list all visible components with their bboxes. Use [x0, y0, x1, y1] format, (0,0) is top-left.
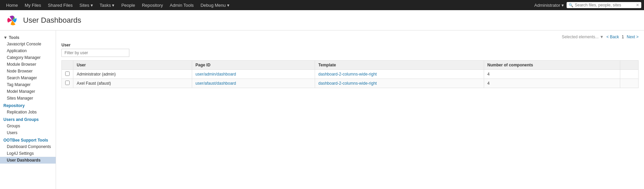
selected-elements-dropdown[interactable]: Selected elements... ▼ — [562, 35, 604, 39]
sidebar-item-category-manager[interactable]: Category Manager — [0, 54, 56, 61]
sidebar-item-users[interactable]: Users — [0, 129, 56, 136]
col-page-id: Page ID — [192, 61, 315, 70]
sidebar-item-node-browser[interactable]: Node Browser — [0, 68, 56, 75]
search-icon: 🔍 — [569, 3, 573, 7]
page-title: User Dashboards — [23, 16, 81, 25]
sidebar-item-log4j-settings[interactable]: Log4J Settings — [0, 150, 56, 157]
table-header-row: User Page ID Template Number of componen… — [62, 61, 639, 70]
nav-my-files[interactable]: My Files — [21, 0, 44, 10]
tools-collapse-arrow: ▼ — [3, 35, 7, 40]
back-button[interactable]: < Back — [606, 35, 619, 39]
sidebar-item-tag-manager[interactable]: Tag Manager — [0, 81, 56, 88]
row1-checkbox-cell — [62, 70, 73, 79]
table-row: Axel Faust (afaust) user/afaust/dashboar… — [62, 79, 639, 88]
sidebar-item-dashboard-components[interactable]: Dashboard Components — [0, 143, 56, 150]
main-layout: ▼ Tools Javascript Console Application C… — [0, 30, 644, 189]
nav-sites[interactable]: Sites ▾ — [76, 0, 96, 10]
row2-user: Axel Faust (afaust) — [73, 79, 192, 88]
logo — [5, 14, 19, 27]
row1-user: Administrator (admin) — [73, 70, 192, 79]
sidebar-item-replication-jobs[interactable]: Replication Jobs — [0, 109, 56, 115]
nav-tasks[interactable]: Tasks ▾ — [96, 0, 118, 10]
row1-num-components: 4 — [484, 70, 620, 79]
user-filter-section: User — [61, 43, 639, 57]
row1-template[interactable]: dashboard-2-columns-wide-right — [315, 70, 484, 79]
sidebar-item-model-manager[interactable]: Model Manager — [0, 88, 56, 95]
col-user: User — [73, 61, 192, 70]
filter-label: User — [61, 43, 639, 47]
sidebar-item-sites-manager[interactable]: Sites Manager — [0, 95, 56, 102]
search-input[interactable] — [575, 3, 634, 7]
row1-checkbox[interactable] — [65, 71, 70, 76]
nav-debug-menu[interactable]: Debug Menu ▾ — [197, 0, 233, 10]
sidebar-item-application[interactable]: Application — [0, 47, 56, 54]
selected-elements-arrow: ▼ — [600, 35, 604, 39]
sidebar-repository-section: Repository — [0, 102, 56, 109]
sidebar-ootbee-section: OOTBee Support Tools — [0, 136, 56, 143]
page-number: 1 — [622, 35, 624, 39]
search-clear-icon[interactable]: ✕ — [636, 3, 639, 7]
tools-section-label: Tools — [9, 35, 19, 40]
col-checkbox — [62, 61, 73, 70]
col-template: Template — [315, 61, 484, 70]
nav-repository[interactable]: Repository — [139, 0, 166, 10]
nav-items-left: Home My Files Shared Files Sites ▾ Tasks… — [3, 0, 233, 10]
nav-admin-tools[interactable]: Admin Tools — [166, 0, 197, 10]
nav-shared-files[interactable]: Shared Files — [44, 0, 76, 10]
nav-people[interactable]: People — [118, 0, 138, 10]
row2-page-id[interactable]: user/afaust/dashboard — [192, 79, 315, 88]
sidebar-item-search-manager[interactable]: Search Manager — [0, 75, 56, 81]
row2-num-components: 4 — [484, 79, 620, 88]
sidebar-item-groups[interactable]: Groups — [0, 123, 56, 129]
row1-actions — [620, 70, 638, 79]
pagination-bar: Selected elements... ▼ < Back 1 Next > — [61, 35, 639, 39]
dashboards-table: User Page ID Template Number of componen… — [61, 60, 639, 88]
row2-checkbox-cell — [62, 79, 73, 88]
next-button[interactable]: Next > — [627, 35, 639, 39]
col-num-components: Number of components — [484, 61, 620, 70]
sidebar-tools-section[interactable]: ▼ Tools — [0, 33, 56, 41]
col-actions — [620, 61, 638, 70]
page-header: User Dashboards — [0, 10, 644, 30]
sidebar-users-section: Users and Groups — [0, 115, 56, 123]
sidebar: ▼ Tools Javascript Console Application C… — [0, 30, 56, 189]
sidebar-item-javascript-console[interactable]: Javascript Console — [0, 41, 56, 47]
nav-right: Administrator ▾ 🔍 ✕ — [534, 2, 641, 8]
row2-checkbox[interactable] — [65, 81, 70, 85]
nav-home[interactable]: Home — [3, 0, 21, 10]
sidebar-item-module-browser[interactable]: Module Browser — [0, 61, 56, 68]
row2-template[interactable]: dashboard-2-columns-wide-right — [315, 79, 484, 88]
admin-user-menu[interactable]: Administrator ▾ — [534, 3, 564, 8]
main-content: Selected elements... ▼ < Back 1 Next > U… — [56, 30, 644, 189]
user-filter-input[interactable] — [61, 49, 129, 57]
global-search-box: 🔍 ✕ — [567, 2, 641, 8]
table-row: Administrator (admin) user/admin/dashboa… — [62, 70, 639, 79]
sidebar-item-user-dashboards[interactable]: User Dashboards — [0, 157, 56, 164]
selected-elements-label: Selected elements... — [562, 35, 599, 39]
row1-page-id[interactable]: user/admin/dashboard — [192, 70, 315, 79]
row2-actions — [620, 79, 638, 88]
top-navigation: Home My Files Shared Files Sites ▾ Tasks… — [0, 0, 644, 10]
